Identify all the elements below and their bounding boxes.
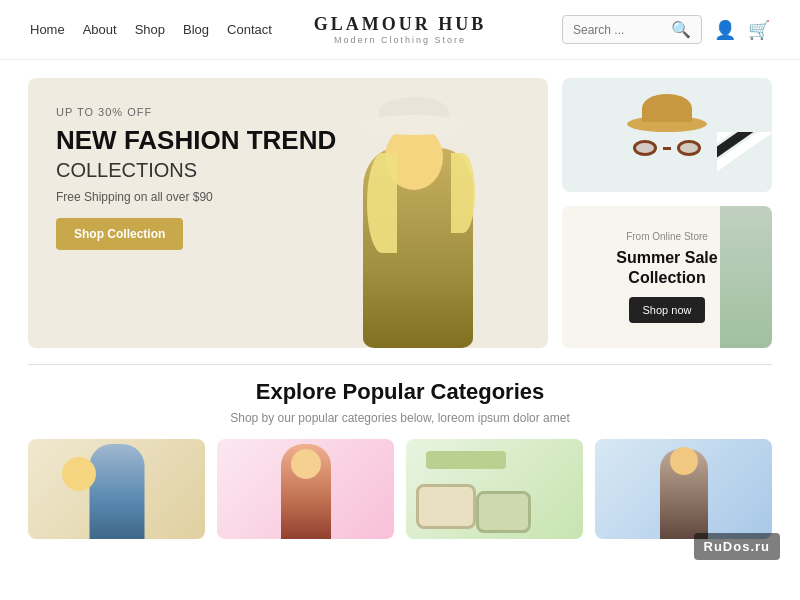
nav-home[interactable]: Home [30, 22, 65, 37]
hero-text: UP TO 30% OFF NEW FASHION TREND COLLECTI… [56, 106, 336, 250]
sunglasses-display [633, 140, 701, 156]
hero-row: UP TO 30% OFF NEW FASHION TREND COLLECTI… [28, 78, 772, 348]
hat-crown-deco [642, 94, 692, 122]
nav-shop[interactable]: Shop [135, 22, 165, 37]
men-head [62, 457, 96, 491]
hero-cta-button[interactable]: Shop Collection [56, 218, 183, 250]
accessories-display [627, 92, 707, 156]
hero-side: From Online Store Summer Sale Collection… [562, 78, 772, 348]
categories-grid [28, 439, 772, 539]
hat-display [627, 92, 707, 132]
user-icon[interactable]: 👤 [714, 19, 736, 41]
logo-subtitle: Modern Clothing Store [314, 35, 487, 45]
stripes-deco [717, 132, 772, 192]
hat-brim [361, 115, 467, 135]
category-footwear[interactable] [595, 439, 772, 539]
category-women[interactable] [217, 439, 394, 539]
cart-icon[interactable]: 🛒 [748, 19, 770, 41]
woman-container [343, 93, 493, 348]
categories-title: Explore Popular Categories [28, 379, 772, 405]
categories-section: Explore Popular Categories Shop by our p… [28, 379, 772, 539]
hero-tag: UP TO 30% OFF [56, 106, 336, 118]
header-right: 🔍 👤 🛒 [562, 15, 770, 44]
cushion-2 [476, 491, 531, 533]
main-nav: Home About Shop Blog Contact [30, 22, 272, 37]
men-figure [89, 444, 144, 539]
footwear-head [670, 447, 698, 475]
lens-left [633, 140, 657, 156]
search-box[interactable]: 🔍 [562, 15, 702, 44]
section-divider [28, 364, 772, 365]
woman-hair-right [451, 153, 475, 233]
categories-subtitle: Shop by our popular categories below, lo… [28, 411, 772, 425]
women-head [291, 449, 321, 479]
search-icon: 🔍 [671, 20, 691, 39]
hero-shipping: Free Shipping on all over $90 [56, 190, 336, 204]
summer-sale-banner: From Online Store Summer Sale Collection… [562, 206, 772, 348]
nav-about[interactable]: About [83, 22, 117, 37]
side-cta-button[interactable]: Shop now [629, 297, 706, 323]
hero-figure [308, 88, 528, 348]
stripes-container [717, 132, 772, 192]
watermark: RuDos.ru [694, 533, 781, 560]
woman-hair [367, 153, 397, 253]
logo-title: GLAMOUR HUB [314, 14, 487, 35]
lens-right [677, 140, 701, 156]
cushion-1 [416, 484, 476, 529]
fabric-strip [426, 451, 506, 469]
category-men[interactable] [28, 439, 205, 539]
accessories-banner [562, 78, 772, 192]
logo: GLAMOUR HUB Modern Clothing Store [314, 14, 487, 45]
category-accessories[interactable] [406, 439, 583, 539]
main-content: UP TO 30% OFF NEW FASHION TREND COLLECTI… [0, 60, 800, 557]
side-stripes [720, 206, 772, 348]
stripes-bg [720, 206, 772, 348]
glasses-bridge [663, 147, 671, 150]
nav-blog[interactable]: Blog [183, 22, 209, 37]
nav-contact[interactable]: Contact [227, 22, 272, 37]
hero-title: NEW FASHION TREND [56, 126, 336, 155]
hero-subtitle: COLLECTIONS [56, 159, 336, 182]
search-input[interactable] [573, 23, 671, 37]
hero-main-banner: UP TO 30% OFF NEW FASHION TREND COLLECTI… [28, 78, 548, 348]
